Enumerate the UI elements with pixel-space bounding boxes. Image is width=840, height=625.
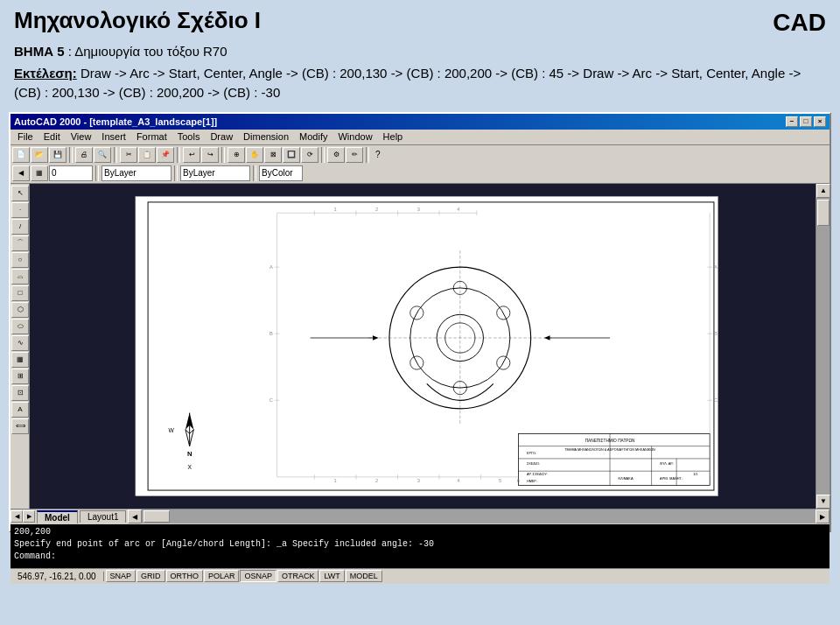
help-icon: ? [372, 150, 384, 159]
zoom-prev-button[interactable]: ⟳ [301, 147, 318, 163]
menu-dimension[interactable]: Dimension [238, 130, 294, 143]
paste-button[interactable]: 📌 [157, 147, 174, 163]
maximize-button[interactable]: □ [800, 116, 812, 127]
step-colon: : [65, 44, 75, 59]
svg-text:W: W [169, 427, 175, 433]
undo-button[interactable]: ↩ [183, 147, 200, 163]
svg-text:C: C [270, 397, 273, 403]
menu-modify[interactable]: Modify [294, 130, 332, 143]
polyline-tool[interactable]: ⌒ [11, 235, 29, 251]
preview-button[interactable]: 🔍 [94, 147, 111, 163]
minimize-button[interactable]: − [786, 116, 798, 127]
new-button[interactable]: 📄 [12, 147, 30, 163]
matchprop-button[interactable]: ✏ [346, 147, 363, 163]
pan-button[interactable]: ✋ [246, 147, 263, 163]
color-dropdown[interactable]: ByColor [259, 165, 303, 181]
ellipse-tool[interactable]: ⬭ [11, 319, 29, 334]
menu-bar: File Edit View Insert Format Tools Draw … [10, 130, 830, 145]
lineweight-dropdown[interactable]: ByLayer [180, 165, 250, 181]
insert-tool[interactable]: ⊡ [11, 385, 29, 401]
svg-text:ΕΡΓO:: ΕΡΓO: [527, 452, 536, 455]
svg-text:B: B [270, 331, 273, 336]
menu-draw[interactable]: Draw [205, 130, 238, 143]
select-tool[interactable]: ↖ [11, 186, 29, 201]
menu-format[interactable]: Format [131, 130, 172, 143]
toolbar-separator-8 [174, 165, 178, 181]
open-button[interactable]: 📂 [31, 147, 48, 163]
exec-text: Draw -> Arc -> Start, Center, Angle -> (… [14, 66, 801, 101]
svg-text:6: 6 [517, 477, 520, 482]
page-title: Μηχανολογικό Σχέδιο Ι [14, 7, 261, 34]
block-tool[interactable]: ⊞ [11, 369, 29, 384]
rectangle-tool[interactable]: □ [11, 285, 29, 301]
toolbar-separator-6 [366, 147, 369, 163]
toolbar-separator-5 [321, 147, 325, 163]
menu-help[interactable]: Help [378, 130, 409, 143]
otrack-button[interactable]: OTRACK [277, 570, 319, 582]
tab-scroll-left[interactable]: ◀ [10, 510, 23, 523]
osnap-button[interactable]: OSNAP [240, 570, 276, 582]
svg-text:4: 4 [457, 207, 459, 212]
scroll-thumb-v[interactable] [817, 200, 830, 226]
save-button[interactable]: 💾 [49, 147, 66, 163]
menu-insert[interactable]: Insert [96, 130, 131, 143]
tab-scroll-right[interactable]: ▶ [23, 510, 35, 523]
svg-text:2: 2 [375, 207, 378, 212]
menu-edit[interactable]: Edit [38, 130, 66, 143]
svg-text:3: 3 [417, 207, 420, 212]
main-area: ↖ · / ⌒ ○ ⌓ □ ⬡ ⬭ ∿ ▦ ⊞ ⊡ A ⟺ [10, 184, 830, 509]
menu-tools[interactable]: Tools [172, 130, 206, 143]
toolbar-separator-9 [253, 165, 256, 181]
text-tool[interactable]: A [11, 402, 29, 418]
scroll-left-button[interactable]: ◀ [128, 509, 142, 523]
copy-button[interactable]: 📋 [138, 147, 156, 163]
zoom-extents-button[interactable]: ⊠ [264, 147, 282, 163]
properties-button[interactable]: ⚙ [327, 147, 345, 163]
print-button[interactable]: 🖨 [75, 147, 93, 163]
toolbar-row-1: 📄 📂 💾 🖨 🔍 ✂ 📋 📌 ↩ ↪ ⊕ ✋ ⊠ 🔲 ⟳ ⚙ ✏ ? [12, 146, 828, 164]
circle-tool[interactable]: ○ [11, 252, 29, 268]
line-tool[interactable]: / [11, 219, 29, 235]
polar-button[interactable]: POLAR [204, 570, 240, 582]
menu-file[interactable]: File [12, 130, 38, 143]
bottom-area: ◀ ▶ Model Layout1 ◀ ▶ [10, 509, 830, 524]
layer-dropdown[interactable]: 0 [49, 165, 93, 181]
hatch-tool[interactable]: ▦ [11, 352, 29, 368]
exec-label: Εκτέλεση: [14, 66, 77, 81]
drawing-canvas[interactable]: ΠΑΝΕΠΙΣΤΗΜΙΟ ΠΑΤΡΩΝ ΤΜΗΜΑ ΜΗΧΑΝΟΛΟΓΩΝ & … [30, 184, 816, 509]
scroll-right-button[interactable]: ▶ [816, 509, 830, 523]
step-line-1: ΒΗΜΑ 5 : Δημιουργία του τόξου R70 [14, 42, 826, 62]
layer-prev-button[interactable]: ◀ [12, 165, 30, 181]
tab-layout1[interactable]: Layout1 [80, 510, 127, 523]
scroll-thumb-h[interactable] [144, 510, 170, 523]
grid-button[interactable]: GRID [136, 570, 165, 582]
cut-button[interactable]: ✂ [120, 147, 137, 163]
tab-arrows: ◀ ▶ [10, 510, 35, 523]
menu-window[interactable]: Window [332, 130, 377, 143]
ortho-button[interactable]: ORTHO [166, 570, 203, 582]
point-tool[interactable]: · [11, 202, 29, 218]
snap-button[interactable]: SNAP [106, 570, 136, 582]
linetype-dropdown[interactable]: ByLayer [102, 165, 172, 181]
spline-tool[interactable]: ∿ [11, 335, 29, 351]
command-area[interactable]: 200,200 Specify end point of arc or [Ang… [10, 524, 830, 568]
svg-text:C: C [714, 397, 718, 403]
scroll-down-button[interactable]: ▼ [816, 495, 830, 509]
scroll-track-h[interactable] [142, 509, 816, 523]
svg-text:2: 2 [375, 477, 378, 482]
zoom-button[interactable]: ⊕ [228, 147, 245, 163]
polygon-tool[interactable]: ⬡ [11, 302, 29, 318]
scroll-up-button[interactable]: ▲ [816, 184, 830, 198]
menu-view[interactable]: View [66, 130, 97, 143]
zoom-window-button[interactable]: 🔲 [283, 147, 300, 163]
close-button[interactable]: × [814, 116, 826, 127]
dim-tool[interactable]: ⟺ [11, 418, 29, 434]
arc-tool[interactable]: ⌓ [11, 269, 29, 284]
layer-manager-button[interactable]: ▦ [31, 165, 48, 181]
window-titlebar: AutoCAD 2000 - [template_A3_landscape[1]… [10, 114, 830, 130]
model-button[interactable]: MODEL [346, 570, 382, 582]
scroll-track-v[interactable] [816, 198, 830, 495]
tab-model[interactable]: Model [37, 510, 78, 523]
lwt-button[interactable]: LWT [319, 570, 344, 582]
redo-button[interactable]: ↪ [201, 147, 219, 163]
